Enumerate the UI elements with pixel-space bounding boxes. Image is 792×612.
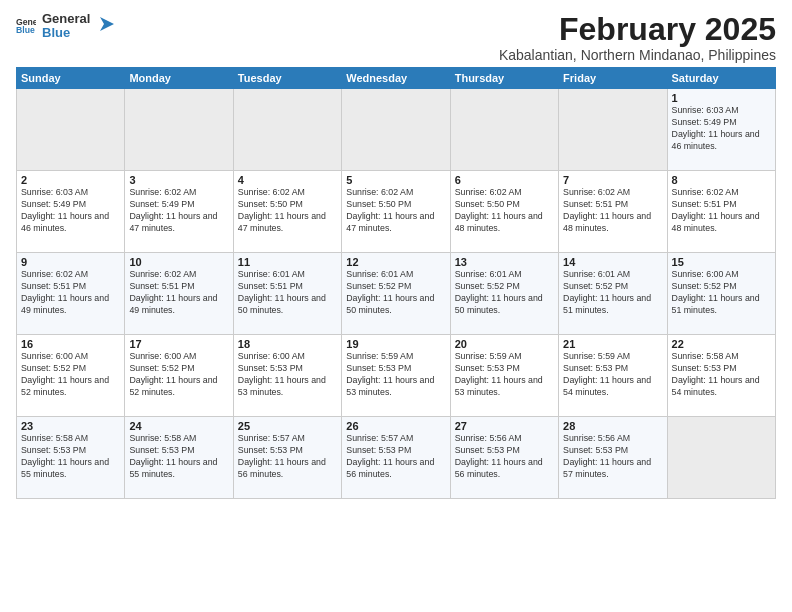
table-row	[125, 89, 233, 171]
day-number: 4	[238, 174, 337, 186]
logo-general: General	[42, 12, 90, 26]
table-row: 21Sunrise: 5:59 AMSunset: 5:53 PMDayligh…	[559, 335, 667, 417]
table-row: 6Sunrise: 6:02 AMSunset: 5:50 PMDaylight…	[450, 171, 558, 253]
day-info: Sunrise: 5:58 AMSunset: 5:53 PMDaylight:…	[129, 433, 228, 481]
table-row: 23Sunrise: 5:58 AMSunset: 5:53 PMDayligh…	[17, 417, 125, 499]
table-row	[342, 89, 450, 171]
day-number: 23	[21, 420, 120, 432]
day-info: Sunrise: 6:02 AMSunset: 5:51 PMDaylight:…	[672, 187, 771, 235]
table-row: 20Sunrise: 5:59 AMSunset: 5:53 PMDayligh…	[450, 335, 558, 417]
table-row	[559, 89, 667, 171]
table-row: 26Sunrise: 5:57 AMSunset: 5:53 PMDayligh…	[342, 417, 450, 499]
day-number: 16	[21, 338, 120, 350]
day-info: Sunrise: 6:00 AMSunset: 5:52 PMDaylight:…	[672, 269, 771, 317]
table-row: 22Sunrise: 5:58 AMSunset: 5:53 PMDayligh…	[667, 335, 775, 417]
day-number: 3	[129, 174, 228, 186]
day-number: 19	[346, 338, 445, 350]
day-info: Sunrise: 5:56 AMSunset: 5:53 PMDaylight:…	[455, 433, 554, 481]
calendar-week-2: 2Sunrise: 6:03 AMSunset: 5:49 PMDaylight…	[17, 171, 776, 253]
table-row: 25Sunrise: 5:57 AMSunset: 5:53 PMDayligh…	[233, 417, 341, 499]
table-row: 19Sunrise: 5:59 AMSunset: 5:53 PMDayligh…	[342, 335, 450, 417]
col-monday: Monday	[125, 68, 233, 89]
day-number: 18	[238, 338, 337, 350]
day-info: Sunrise: 6:03 AMSunset: 5:49 PMDaylight:…	[21, 187, 120, 235]
table-row: 12Sunrise: 6:01 AMSunset: 5:52 PMDayligh…	[342, 253, 450, 335]
col-wednesday: Wednesday	[342, 68, 450, 89]
col-saturday: Saturday	[667, 68, 775, 89]
day-number: 28	[563, 420, 662, 432]
table-row: 7Sunrise: 6:02 AMSunset: 5:51 PMDaylight…	[559, 171, 667, 253]
day-number: 9	[21, 256, 120, 268]
table-row: 13Sunrise: 6:01 AMSunset: 5:52 PMDayligh…	[450, 253, 558, 335]
day-number: 26	[346, 420, 445, 432]
col-sunday: Sunday	[17, 68, 125, 89]
table-row: 4Sunrise: 6:02 AMSunset: 5:50 PMDaylight…	[233, 171, 341, 253]
day-info: Sunrise: 5:57 AMSunset: 5:53 PMDaylight:…	[238, 433, 337, 481]
day-number: 5	[346, 174, 445, 186]
day-number: 12	[346, 256, 445, 268]
table-row	[667, 417, 775, 499]
day-number: 1	[672, 92, 771, 104]
day-number: 10	[129, 256, 228, 268]
day-number: 14	[563, 256, 662, 268]
day-info: Sunrise: 6:03 AMSunset: 5:49 PMDaylight:…	[672, 105, 771, 153]
day-info: Sunrise: 6:01 AMSunset: 5:52 PMDaylight:…	[455, 269, 554, 317]
col-friday: Friday	[559, 68, 667, 89]
logo-blue: Blue	[42, 26, 90, 40]
table-row: 10Sunrise: 6:02 AMSunset: 5:51 PMDayligh…	[125, 253, 233, 335]
day-number: 25	[238, 420, 337, 432]
day-info: Sunrise: 5:59 AMSunset: 5:53 PMDaylight:…	[455, 351, 554, 399]
day-info: Sunrise: 6:00 AMSunset: 5:52 PMDaylight:…	[21, 351, 120, 399]
table-row: 28Sunrise: 5:56 AMSunset: 5:53 PMDayligh…	[559, 417, 667, 499]
calendar-week-4: 16Sunrise: 6:00 AMSunset: 5:52 PMDayligh…	[17, 335, 776, 417]
day-info: Sunrise: 6:02 AMSunset: 5:50 PMDaylight:…	[238, 187, 337, 235]
day-number: 6	[455, 174, 554, 186]
day-number: 20	[455, 338, 554, 350]
logo: General Blue General Blue	[16, 12, 118, 41]
header: General Blue General Blue February 2025 …	[16, 12, 776, 63]
day-info: Sunrise: 6:01 AMSunset: 5:52 PMDaylight:…	[563, 269, 662, 317]
title-block: February 2025 Kabalantian, Northern Mind…	[499, 12, 776, 63]
svg-marker-2	[100, 17, 114, 31]
logo-arrow-icon	[96, 13, 118, 35]
day-info: Sunrise: 6:02 AMSunset: 5:50 PMDaylight:…	[346, 187, 445, 235]
day-info: Sunrise: 5:58 AMSunset: 5:53 PMDaylight:…	[672, 351, 771, 399]
day-info: Sunrise: 6:01 AMSunset: 5:52 PMDaylight:…	[346, 269, 445, 317]
table-row: 17Sunrise: 6:00 AMSunset: 5:52 PMDayligh…	[125, 335, 233, 417]
day-info: Sunrise: 5:57 AMSunset: 5:53 PMDaylight:…	[346, 433, 445, 481]
day-info: Sunrise: 6:02 AMSunset: 5:51 PMDaylight:…	[21, 269, 120, 317]
day-number: 11	[238, 256, 337, 268]
table-row: 11Sunrise: 6:01 AMSunset: 5:51 PMDayligh…	[233, 253, 341, 335]
day-number: 27	[455, 420, 554, 432]
logo-icon: General Blue	[16, 16, 36, 36]
day-info: Sunrise: 5:59 AMSunset: 5:53 PMDaylight:…	[563, 351, 662, 399]
table-row: 8Sunrise: 6:02 AMSunset: 5:51 PMDaylight…	[667, 171, 775, 253]
table-row: 14Sunrise: 6:01 AMSunset: 5:52 PMDayligh…	[559, 253, 667, 335]
day-info: Sunrise: 6:01 AMSunset: 5:51 PMDaylight:…	[238, 269, 337, 317]
day-info: Sunrise: 6:02 AMSunset: 5:51 PMDaylight:…	[563, 187, 662, 235]
table-row: 1Sunrise: 6:03 AMSunset: 5:49 PMDaylight…	[667, 89, 775, 171]
calendar-page: General Blue General Blue February 2025 …	[0, 0, 792, 612]
day-number: 7	[563, 174, 662, 186]
day-info: Sunrise: 6:02 AMSunset: 5:49 PMDaylight:…	[129, 187, 228, 235]
calendar-week-3: 9Sunrise: 6:02 AMSunset: 5:51 PMDaylight…	[17, 253, 776, 335]
page-subtitle: Kabalantian, Northern Mindanao, Philippi…	[499, 47, 776, 63]
svg-text:Blue: Blue	[16, 26, 35, 36]
col-tuesday: Tuesday	[233, 68, 341, 89]
day-info: Sunrise: 5:58 AMSunset: 5:53 PMDaylight:…	[21, 433, 120, 481]
calendar-week-1: 1Sunrise: 6:03 AMSunset: 5:49 PMDaylight…	[17, 89, 776, 171]
table-row: 5Sunrise: 6:02 AMSunset: 5:50 PMDaylight…	[342, 171, 450, 253]
calendar-table: Sunday Monday Tuesday Wednesday Thursday…	[16, 67, 776, 499]
table-row: 24Sunrise: 5:58 AMSunset: 5:53 PMDayligh…	[125, 417, 233, 499]
table-row: 15Sunrise: 6:00 AMSunset: 5:52 PMDayligh…	[667, 253, 775, 335]
day-number: 2	[21, 174, 120, 186]
day-info: Sunrise: 6:02 AMSunset: 5:50 PMDaylight:…	[455, 187, 554, 235]
day-info: Sunrise: 6:02 AMSunset: 5:51 PMDaylight:…	[129, 269, 228, 317]
day-number: 24	[129, 420, 228, 432]
day-number: 8	[672, 174, 771, 186]
table-row	[233, 89, 341, 171]
table-row: 16Sunrise: 6:00 AMSunset: 5:52 PMDayligh…	[17, 335, 125, 417]
table-row	[450, 89, 558, 171]
calendar-week-5: 23Sunrise: 5:58 AMSunset: 5:53 PMDayligh…	[17, 417, 776, 499]
table-row: 9Sunrise: 6:02 AMSunset: 5:51 PMDaylight…	[17, 253, 125, 335]
